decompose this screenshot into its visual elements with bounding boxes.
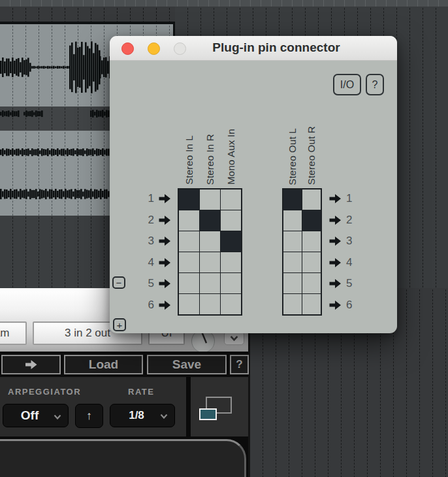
in-pin-cell-r2-c3[interactable]: [221, 210, 241, 231]
routing-icon-zone[interactable]: [191, 377, 248, 436]
out-pin-cell-r5-c2[interactable]: [302, 273, 321, 293]
rows-right-row-5: 5: [329, 273, 375, 295]
octave-up-label: ↑: [86, 409, 92, 423]
rows-right-row-4: 4: [329, 252, 375, 274]
channel-number: 4: [148, 256, 154, 269]
arpeggiator-label: ARPEGGIATOR: [8, 387, 81, 397]
in-pin-cell-r1-c2[interactable]: [200, 189, 220, 210]
out-pin-cell-r2-c2[interactable]: [302, 210, 321, 231]
channel-number: 5: [148, 277, 154, 290]
in-pin-cell-r4-c3[interactable]: [221, 252, 241, 272]
in-pin-cell-r1-c1[interactable]: [179, 189, 199, 210]
channel-number: 3: [346, 235, 352, 248]
load-button[interactable]: Load: [64, 355, 143, 374]
octave-up-button[interactable]: ↑: [75, 404, 103, 428]
rows-right-row-1: 1: [329, 188, 375, 210]
arrow-right-icon: [159, 301, 171, 310]
channel-number: 2: [148, 214, 154, 227]
output-pin-matrix: [282, 188, 322, 316]
rows-left-row-5: 5: [128, 273, 175, 295]
arrow-right-icon: [159, 258, 171, 267]
in-pin-cell-r5-c2[interactable]: [200, 273, 220, 293]
column-header-stereo-out-r: Stereo Out R: [306, 126, 317, 185]
minimize-button[interactable]: [148, 42, 160, 55]
input-pin-matrix: [178, 188, 242, 316]
dialog-titlebar[interactable]: Plug-in pin connector: [110, 36, 397, 61]
preset-row: Load Save ?: [0, 352, 248, 377]
arpeggiator-select[interactable]: Off: [3, 404, 69, 427]
arrow-right-icon: [329, 258, 342, 267]
knob-needle-icon: [192, 330, 214, 352]
arpeggiator-value: Off: [3, 408, 54, 423]
out-pin-cell-r1-c2[interactable]: [302, 189, 321, 210]
panel-divider: [186, 377, 191, 436]
rows-right-row-6: 6: [329, 295, 375, 316]
add-channel-button[interactable]: +: [113, 318, 126, 331]
arrow-right-icon: [159, 237, 171, 246]
in-pin-cell-r2-c2[interactable]: [200, 210, 220, 231]
in-pin-cell-r1-c3[interactable]: [221, 189, 241, 210]
channel-number: 6: [148, 299, 154, 312]
arrow-right-icon: [329, 237, 342, 246]
arrow-right-icon: [329, 216, 342, 225]
out-pin-cell-r3-c1[interactable]: [283, 231, 302, 252]
in-pin-cell-r5-c1[interactable]: [179, 273, 199, 293]
arrow-right-icon: [159, 216, 171, 225]
screen: am 3 in 2 out UI Load: [0, 0, 448, 477]
apply-arrow-button[interactable]: [1, 355, 61, 374]
input-row-labels: 1 2 3 4 5 6: [128, 188, 175, 316]
channel-number: 2: [346, 214, 352, 227]
rows-left-row-2: 2: [128, 210, 175, 231]
in-pin-cell-r6-c1[interactable]: [179, 294, 199, 314]
dialog-help-button[interactable]: ?: [366, 74, 384, 95]
out-pin-cell-r5-c1[interactable]: [283, 273, 302, 293]
fx-help-button[interactable]: ?: [230, 355, 249, 374]
rate-select[interactable]: 1/8: [110, 404, 175, 427]
column-header-stereo-in-l: Stereo In L: [184, 135, 195, 185]
fx-dropdown-button[interactable]: [224, 331, 244, 345]
in-pin-cell-r5-c3[interactable]: [221, 273, 241, 293]
in-pin-cell-r3-c3[interactable]: [221, 231, 241, 252]
dialog-help-button-label: ?: [372, 79, 378, 91]
rows-right-row-3: 3: [329, 231, 375, 252]
io-button-label: I/O: [340, 79, 354, 91]
save-button[interactable]: Save: [147, 355, 227, 374]
out-pin-cell-r6-c2[interactable]: [302, 294, 321, 314]
rows-left-row-3: 3: [128, 231, 175, 252]
column-header-stereo-in-r: Stereo In R: [204, 134, 216, 185]
io-button[interactable]: I/O: [333, 74, 361, 95]
pin-connector-button-label: 3 in 2 out: [65, 327, 110, 340]
channel-number: 1: [148, 192, 154, 205]
in-pin-cell-r3-c2[interactable]: [200, 231, 220, 252]
out-pin-cell-r4-c2[interactable]: [302, 252, 321, 272]
in-pin-cell-r4-c2[interactable]: [200, 252, 220, 272]
remove-channel-button[interactable]: −: [112, 276, 125, 289]
plugin-lower-zone: [0, 436, 248, 477]
output-row-labels: 1 2 3 4 5 6: [329, 188, 375, 316]
in-pin-cell-r6-c3[interactable]: [221, 294, 241, 314]
in-pin-cell-r3-c1[interactable]: [179, 231, 199, 252]
arrow-right-icon: [159, 194, 171, 203]
channel-number: 1: [346, 192, 352, 205]
out-pin-cell-r4-c1[interactable]: [283, 252, 302, 272]
in-pin-cell-r6-c2[interactable]: [200, 294, 220, 314]
in-pin-cell-r2-c1[interactable]: [179, 210, 199, 231]
close-button[interactable]: [121, 42, 134, 55]
arrow-right-icon: [329, 279, 342, 288]
arrow-right-icon: [159, 279, 171, 288]
chevron-slot-arp: [54, 408, 68, 423]
out-pin-cell-r2-c1[interactable]: [283, 210, 302, 231]
out-pin-cell-r3-c2[interactable]: [302, 231, 321, 252]
param-button[interactable]: am: [0, 321, 27, 345]
chevron-down-icon: [230, 335, 238, 341]
in-pin-cell-r4-c1[interactable]: [179, 252, 199, 272]
pin-connector-dialog: Plug-in pin connector I/O ? Stereo In LS…: [110, 36, 397, 333]
out-pin-cell-r1-c1[interactable]: [283, 189, 302, 210]
channel-number: 5: [346, 277, 352, 290]
arrow-right-icon: [24, 360, 39, 369]
out-pin-cell-r6-c1[interactable]: [283, 294, 302, 314]
rate-value: 1/8: [110, 409, 160, 422]
timeline-ruler[interactable]: [0, 0, 448, 7]
chevron-down-icon: [160, 414, 168, 419]
rows-left-row-4: 4: [128, 252, 175, 274]
